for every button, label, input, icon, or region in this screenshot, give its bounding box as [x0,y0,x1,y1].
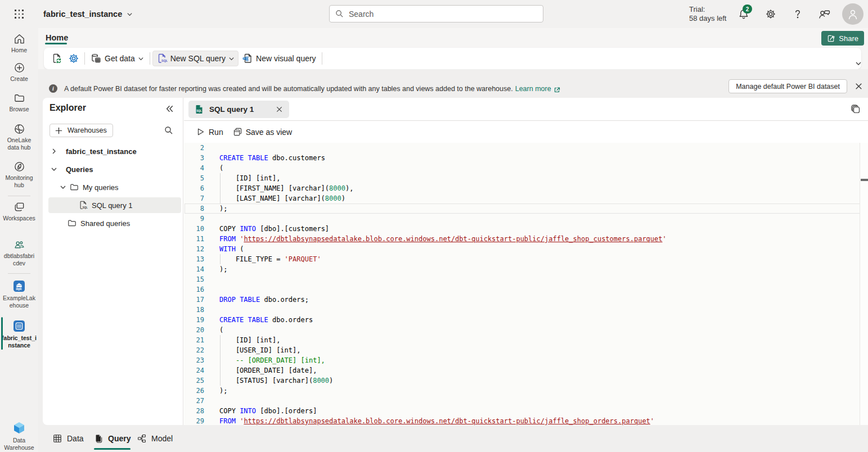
sql-code-editor[interactable]: 23CREATE TABLE dbo.customers4(5 [ID] [in… [184,143,868,425]
run-button[interactable]: Run [191,124,228,141]
code-token: [USER_ID] [int], [219,346,301,354]
chevron-down-icon[interactable] [51,166,57,173]
folder-icon [70,183,79,192]
code-line: 23 -- [ORDER_DATE] [int], [184,355,868,365]
rail-item-data-warehouse[interactable]: DataWarehouse [0,421,38,451]
view-tab-label: Data [67,434,84,443]
rail-item-dbtlabsfabricdev[interactable]: dbtlabsfabricdev [0,239,38,266]
view-tab-label: Query [108,434,131,443]
rail-label-line: cdev [1,260,38,267]
feedback-icon[interactable] [818,8,830,20]
tab-list-icon[interactable] [851,104,861,114]
tree-item-shared-queries[interactable]: Shared queries [43,214,183,232]
rail-item-browse[interactable]: Browse [0,92,38,113]
banner-message: A default Power BI dataset for faster re… [64,85,513,93]
trial-line2: 58 days left [689,14,727,23]
chevron-down-icon [127,11,133,17]
explorer-search-icon[interactable] [164,126,173,135]
code-text: ); [219,204,227,214]
tree-item-queries[interactable]: Queries [43,160,183,178]
line-number: 23 [184,355,204,365]
tree-item-sql-query-1[interactable]: SQLSQL query 1 [43,196,183,214]
code-text: WITH ( [219,244,244,254]
code-token: [dbo].[customers] [256,225,329,233]
search-input[interactable]: Search [329,5,543,22]
view-tab-model[interactable]: Model [137,425,173,452]
share-button[interactable]: Share [821,31,864,46]
refresh-button[interactable] [48,51,65,66]
add-warehouses-button[interactable]: Warehouses [50,124,113,137]
rail-item-workspaces[interactable]: Workspaces [0,201,38,222]
line-number: 9 [184,214,204,224]
rail-item-onelakedata-hub[interactable]: OneLakedata hub [0,123,38,151]
learn-more-link[interactable]: Learn more [515,85,551,93]
command-bar: Get data SQL New SQL query New visual qu… [44,48,861,69]
settings-gear-icon[interactable] [765,8,776,20]
chevron-down-icon[interactable] [60,184,66,191]
code-token: TABLE [240,296,260,304]
rail-item-examplelakehouse[interactable]: ExampleLakehouse [0,279,38,309]
code-line: 9 [184,214,868,224]
save-as-view-button[interactable]: Save as view [228,124,297,141]
file-refresh-icon [51,53,62,64]
app-launcher-waffle-icon[interactable] [14,8,25,20]
new-visual-query-button[interactable]: New visual query [239,51,320,66]
code-line: 17DROP TABLE dbo.orders; [184,295,868,305]
ribbon-collapse-chevron-icon[interactable] [854,60,862,67]
chevron-down-icon [138,56,144,62]
code-line: 28COPY INTO [dbo].[orders] [184,406,868,416]
data-grid-icon [53,434,62,443]
tree-item-my-queries[interactable]: My queries [43,178,183,196]
left-nav-rail: HomeCreateBrowseOneLakedata hubMonitorin… [0,28,38,452]
get-data-button[interactable]: Get data [87,51,147,66]
manage-dataset-button[interactable]: Manage default Power BI dataset [728,79,847,93]
rail-item-home[interactable]: Home [0,33,38,54]
code-line: 14); [184,264,868,274]
code-line: 8); [184,204,868,214]
chevron-right-icon[interactable] [51,148,57,155]
code-token: CREATE [219,154,244,162]
gear-blue-icon [68,53,79,64]
people-icon [14,239,25,251]
code-text: FILE_TYPE = 'PARQUET' [219,254,321,264]
account-avatar[interactable] [842,3,863,25]
line-number: 5 [184,173,204,183]
code-text: ( [219,325,223,335]
rail-label-line: Workspaces [1,215,38,222]
code-token: dbo.orders [268,316,313,324]
rail-item-fabric-test-instance[interactable]: fabric_test_instance [0,319,38,349]
browse-icon [14,92,25,104]
rail-divider [8,196,30,196]
view-tab-data[interactable]: Data [53,425,84,452]
tree-item-label: Queries [66,165,93,174]
tab-close-icon[interactable] [276,106,283,113]
settings-button[interactable] [65,51,82,66]
code-token: [FIRST_NAME] [varchar]( [219,184,329,192]
rail-label-line: Data [1,437,38,444]
line-number: 18 [184,305,204,315]
banner-close-icon[interactable] [854,82,863,91]
rail-item-create[interactable]: Create [0,62,38,83]
toolbar-divider [84,52,85,65]
tree-item-fabric-test-instance[interactable]: fabric_test_instance [43,142,183,160]
help-icon[interactable] [792,8,803,20]
rail-item-label: dbtlabsfabricdev [1,252,38,266]
rail-item-label: fabric_test_instance [1,335,38,349]
rail-item-monitoringhub[interactable]: Monitoringhub [0,161,38,188]
code-token: [ID] [int], [219,174,280,182]
line-number: 15 [184,274,204,284]
workspace-switcher[interactable]: fabric_test_instance [43,0,133,28]
line-number: 24 [184,365,204,376]
tree-item-label: SQL query 1 [92,201,133,210]
query-tab[interactable]: SQL SQL query 1 [188,101,289,118]
tree-item-label: My queries [83,183,119,192]
collapse-panel-icon[interactable] [165,105,174,113]
code-token: [STATUS] [varchar]( [219,377,313,385]
ribbon: Home Share Get data SQL New SQL query Ne… [38,28,868,69]
code-text: FROM 'https://dbtlabsynapsedatalake.blob… [219,416,654,425]
ribbon-tab-home[interactable]: Home [46,33,68,42]
code-token: ' [663,235,667,243]
code-line: 24 [ORDER_DATE] [date], [184,365,868,376]
new-sql-query-button[interactable]: SQL New SQL query [152,51,239,66]
line-number: 26 [184,386,204,396]
